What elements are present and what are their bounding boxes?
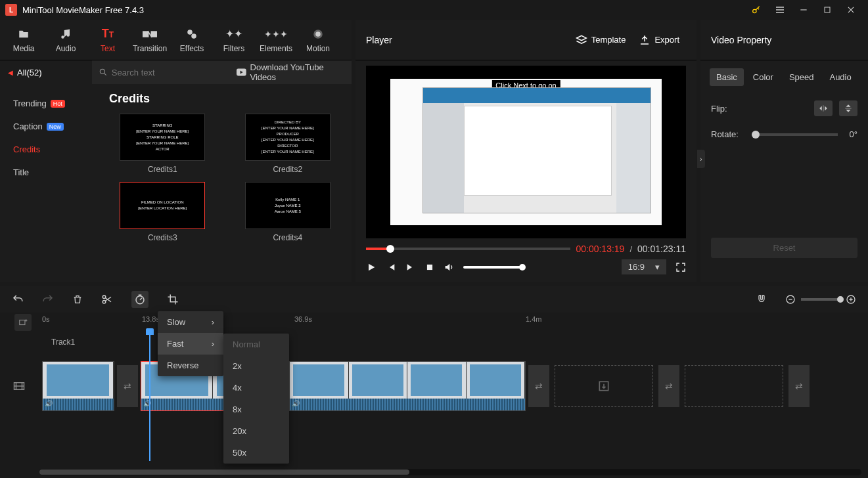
rotate-label: Rotate: bbox=[711, 129, 744, 139]
props-title: Video Property bbox=[700, 20, 868, 60]
tab-audio[interactable]: Audio bbox=[45, 23, 87, 57]
speed-4x[interactable]: 4x bbox=[223, 377, 289, 399]
grid-title: Credits bbox=[109, 92, 341, 106]
speed-fast[interactable]: Fast› bbox=[158, 333, 223, 355]
filter-all[interactable]: ◀All(52) bbox=[0, 60, 92, 84]
svg-rect-10 bbox=[427, 264, 432, 269]
playhead[interactable] bbox=[149, 330, 150, 461]
svg-point-11 bbox=[103, 295, 106, 299]
prop-tab-color[interactable]: Color bbox=[746, 68, 780, 86]
speed-50x[interactable]: 50x bbox=[223, 442, 289, 464]
speed-submenu: Normal 2x 4x 8x 20x 50x bbox=[223, 334, 289, 464]
add-track-button[interactable] bbox=[14, 314, 32, 331]
transition-slot[interactable]: ⇄ bbox=[117, 365, 138, 407]
tab-elements[interactable]: ✦✦✦Elements bbox=[255, 23, 297, 57]
speed-slow[interactable]: Slow› bbox=[158, 311, 223, 333]
svg-point-4 bbox=[187, 30, 193, 35]
tab-motion[interactable]: Motion bbox=[297, 23, 339, 57]
drop-slot[interactable] bbox=[555, 365, 653, 407]
svg-point-8 bbox=[100, 69, 104, 74]
svg-point-5 bbox=[191, 33, 196, 39]
prop-tab-speed[interactable]: Speed bbox=[783, 68, 821, 86]
tab-text[interactable]: TTText bbox=[87, 23, 129, 57]
app-title: MiniTool MovieMaker Free 7.4.3 bbox=[22, 5, 144, 15]
tab-filters[interactable]: ✦✦Filters bbox=[213, 23, 255, 57]
flip-h-button[interactable] bbox=[814, 100, 833, 116]
rotate-slider[interactable] bbox=[756, 133, 838, 136]
volume-slider[interactable] bbox=[463, 266, 522, 269]
transition-slot[interactable]: ⇄ bbox=[658, 365, 679, 407]
panel-expand-handle[interactable]: › bbox=[697, 150, 705, 168]
thumb-credits4[interactable]: Kelly NAME 1Joyce NAME 2Aaron NAME 3Cred… bbox=[235, 182, 342, 242]
category-credits[interactable]: Credits bbox=[0, 138, 99, 161]
fullscreen-button[interactable] bbox=[675, 262, 686, 272]
zoom-in-button[interactable] bbox=[846, 294, 856, 305]
magnet-icon[interactable] bbox=[756, 294, 767, 305]
timeline-scrollbar[interactable] bbox=[39, 469, 861, 475]
download-youtube-link[interactable]: Download YouTube Videos bbox=[229, 62, 352, 82]
svg-point-12 bbox=[103, 301, 106, 304]
time-total: 00:01:23:11 bbox=[637, 244, 686, 254]
category-title[interactable]: Title bbox=[0, 161, 99, 184]
speed-menu: Slow› Fast› Reverse bbox=[158, 311, 223, 376]
track-label: Track1 bbox=[51, 337, 75, 347]
tab-media[interactable]: Media bbox=[3, 23, 45, 57]
aspect-select[interactable]: 16:9▾ bbox=[622, 259, 666, 274]
export-button[interactable]: Export bbox=[632, 34, 686, 46]
svg-rect-1 bbox=[825, 7, 830, 12]
zoom-slider[interactable] bbox=[801, 298, 840, 301]
svg-point-0 bbox=[753, 9, 756, 12]
clip-3[interactable]: 🔊 bbox=[289, 361, 526, 411]
maximize-button[interactable] bbox=[815, 0, 839, 20]
transition-slot[interactable]: ⇄ bbox=[528, 365, 549, 407]
next-button[interactable] bbox=[405, 262, 416, 272]
redo-button[interactable] bbox=[42, 293, 54, 305]
search-input[interactable] bbox=[112, 68, 222, 77]
search-icon bbox=[99, 68, 108, 77]
menu-icon[interactable] bbox=[768, 0, 792, 20]
undo-button[interactable] bbox=[12, 293, 24, 305]
speed-20x[interactable]: 20x bbox=[223, 420, 289, 442]
category-trending[interactable]: TrendingHot bbox=[0, 92, 99, 115]
time-current: 00:00:13:19 bbox=[576, 244, 624, 254]
clip-1[interactable]: 🔊 bbox=[42, 361, 114, 411]
flip-v-button[interactable] bbox=[839, 100, 857, 116]
svg-point-7 bbox=[315, 32, 321, 37]
tab-effects[interactable]: Effects bbox=[171, 23, 213, 57]
prev-button[interactable] bbox=[386, 262, 396, 272]
rotate-value: 0° bbox=[850, 129, 857, 139]
speed-normal[interactable]: Normal bbox=[223, 334, 289, 355]
video-track-icon bbox=[13, 381, 25, 391]
preview-area: Click Next to go on bbox=[366, 66, 686, 238]
speed-reverse[interactable]: Reverse bbox=[158, 355, 223, 376]
transition-slot[interactable]: ⇄ bbox=[788, 365, 810, 407]
tab-transition[interactable]: Transition bbox=[129, 23, 171, 57]
close-button[interactable] bbox=[839, 0, 863, 20]
category-caption[interactable]: CaptionNew bbox=[0, 115, 99, 138]
svg-rect-16 bbox=[20, 320, 25, 325]
play-button[interactable] bbox=[366, 262, 377, 272]
thumb-credits3[interactable]: FILMED ON LOCATION[ENTER LOCATION HERE]C… bbox=[109, 182, 216, 242]
player-title: Player bbox=[366, 35, 569, 45]
prop-tab-basic[interactable]: Basic bbox=[710, 68, 744, 86]
reset-button[interactable]: Reset bbox=[711, 238, 857, 258]
stop-button[interactable] bbox=[425, 263, 434, 272]
flip-label: Flip: bbox=[711, 104, 744, 114]
speed-8x[interactable]: 8x bbox=[223, 399, 289, 420]
thumb-credits1[interactable]: STARRING[ENTER YOUR NAME HERE]STARRING R… bbox=[109, 114, 216, 174]
delete-button[interactable] bbox=[72, 293, 83, 305]
drop-slot[interactable] bbox=[685, 365, 783, 407]
prop-tab-audio[interactable]: Audio bbox=[823, 68, 857, 86]
crop-button[interactable] bbox=[167, 293, 179, 305]
zoom-out-button[interactable] bbox=[785, 294, 796, 305]
split-button[interactable] bbox=[101, 293, 113, 305]
volume-icon[interactable] bbox=[444, 262, 454, 272]
thumb-credits2[interactable]: DIRECTED BY[ENTER YOUR NAME HERE]PRODUCE… bbox=[235, 114, 342, 174]
template-button[interactable]: Template bbox=[569, 34, 633, 46]
key-icon[interactable] bbox=[744, 0, 768, 20]
speed-2x[interactable]: 2x bbox=[223, 355, 289, 377]
minimize-button[interactable] bbox=[792, 0, 815, 20]
seek-bar[interactable] bbox=[366, 248, 570, 250]
speed-button[interactable] bbox=[131, 291, 148, 308]
app-logo: L bbox=[5, 4, 17, 16]
